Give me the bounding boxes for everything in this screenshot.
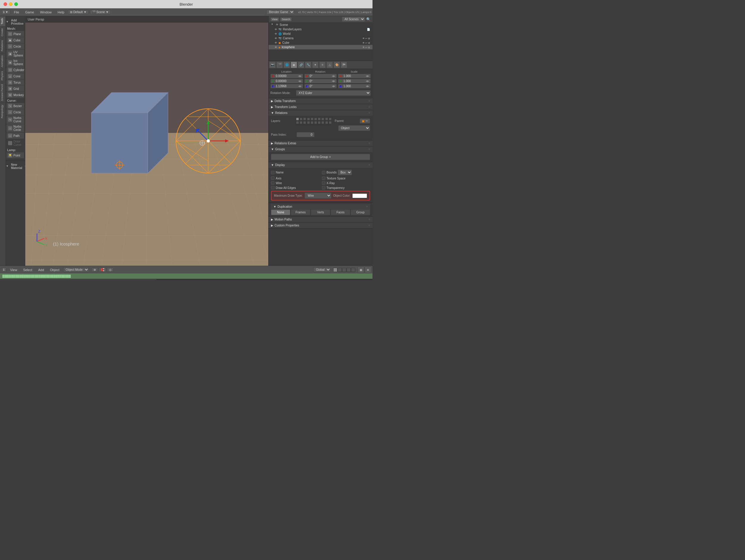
- layer-5[interactable]: [311, 117, 314, 120]
- prop-btn-modifiers[interactable]: 🔧: [305, 62, 312, 68]
- bt-layer-5[interactable]: [351, 268, 355, 272]
- layer-15[interactable]: [311, 121, 314, 124]
- object-color-swatch[interactable]: [352, 194, 367, 198]
- dup-none-btn[interactable]: None: [271, 209, 290, 215]
- layer-13[interactable]: [303, 121, 306, 124]
- layer-18[interactable]: [321, 121, 324, 124]
- minimize-button[interactable]: [9, 2, 12, 6]
- location-z-field[interactable]: Z: 1.13968 ◀▶: [270, 84, 303, 89]
- prop-btn-physics[interactable]: ⚛: [319, 62, 326, 68]
- engine-select[interactable]: Blender Game: [266, 9, 294, 14]
- motion-paths-title[interactable]: ▶ Motion Paths ≡: [268, 217, 372, 222]
- menu-help[interactable]: Help: [55, 10, 67, 14]
- viewport[interactable]: User Persp: [25, 16, 268, 266]
- add-to-group-btn[interactable]: Add to Group +: [271, 154, 370, 160]
- tool-point-lamp[interactable]: 💡 Point: [6, 152, 24, 158]
- bt-editor-1[interactable]: ▦: [358, 267, 364, 273]
- scale-x-field[interactable]: X: 1.000 ◀▶: [338, 74, 371, 78]
- relations-title[interactable]: ▼ Relations ≡: [268, 110, 372, 116]
- parent-edit-icon[interactable]: ✏: [366, 119, 368, 123]
- dup-frames-btn[interactable]: Frames: [291, 209, 310, 215]
- layer-10[interactable]: [329, 117, 332, 120]
- bt-editor-2[interactable]: ⊕: [365, 267, 371, 273]
- outliner-scene[interactable]: ▼ 👁 Scene: [268, 22, 372, 27]
- layer-2[interactable]: [299, 117, 302, 120]
- outliner-search-icon[interactable]: 🔍: [366, 17, 371, 22]
- outliner-renderlayers[interactable]: 👁 📷 RenderLayers 📄: [268, 27, 372, 32]
- duplication-title[interactable]: ▼ Duplication ≡: [271, 204, 370, 209]
- prop-btn-world[interactable]: 🌐: [284, 62, 290, 68]
- layer-19[interactable]: [325, 121, 328, 124]
- name-checkbox[interactable]: [271, 171, 274, 174]
- layer-7[interactable]: [318, 117, 321, 120]
- bt-select[interactable]: Select: [21, 268, 35, 272]
- prop-btn-texture[interactable]: 🏁: [341, 62, 347, 68]
- layer-20[interactable]: [329, 121, 332, 124]
- rotation-y-field[interactable]: Y: 0° ◀▶: [304, 79, 337, 83]
- prop-btn-scene[interactable]: 🎬: [276, 62, 283, 68]
- sidebar-tab-physics[interactable]: Physics: [0, 69, 5, 82]
- bt-info-icon[interactable]: ℹ: [1, 268, 6, 272]
- timeline-ruler[interactable]: -40 -20 0 20 40 60 80 100 120 140: [157, 279, 372, 280]
- maximize-button[interactable]: [14, 2, 18, 6]
- layer-6[interactable]: [314, 117, 317, 120]
- layer-4[interactable]: [307, 117, 310, 120]
- pivot-btn[interactable]: ⊕: [91, 268, 98, 272]
- tool-plane[interactable]: □ Plane: [6, 31, 24, 37]
- tool-cone[interactable]: △ Cone: [6, 73, 24, 79]
- location-x-field[interactable]: X: 0.00000 ◀▶: [270, 74, 303, 78]
- snap-btn[interactable]: 🧲: [99, 268, 106, 272]
- sidebar-tab-animation[interactable]: Animation: [0, 53, 5, 69]
- sidebar-tab-tools[interactable]: Tools: [0, 16, 5, 26]
- texture-space-checkbox[interactable]: [322, 176, 325, 180]
- tool-icosphere[interactable]: ◈ Ico Sphere: [6, 58, 24, 67]
- tool-uvsphere[interactable]: ◉ UV Sphere: [6, 50, 24, 58]
- layer-14[interactable]: [307, 121, 310, 124]
- layer-12[interactable]: [299, 121, 302, 124]
- prop-btn-render[interactable]: 📷: [269, 62, 276, 68]
- transform-orientation-select[interactable]: Global: [313, 267, 331, 272]
- tool-nurbs-curve[interactable]: ∿ Nurbs Curve: [6, 115, 24, 124]
- wire-checkbox[interactable]: [271, 181, 274, 185]
- scenes-dropdown[interactable]: All Scenes: [342, 17, 365, 22]
- sidebar-tab-relations[interactable]: Relations: [0, 38, 5, 53]
- pass-index-field[interactable]: 0: [297, 132, 315, 137]
- tool-torus[interactable]: ⊙ Torus: [6, 79, 24, 85]
- menu-game[interactable]: Game: [23, 10, 36, 14]
- scene-canvas[interactable]: X Y Z (1) Icosphere: [25, 16, 268, 266]
- info-icon-btn[interactable]: ℹ ▼: [1, 10, 10, 14]
- xray-checkbox[interactable]: [322, 181, 325, 185]
- tool-circle[interactable]: ○ Circle: [6, 43, 24, 49]
- layer-3[interactable]: [303, 117, 306, 120]
- mode-select[interactable]: Object Mode: [63, 267, 89, 272]
- tool-cylinder[interactable]: ⬡ Cylinder: [6, 67, 24, 73]
- sidebar-tab-create[interactable]: Create: [0, 26, 5, 38]
- draw-type-select[interactable]: Wire: [304, 193, 331, 199]
- layer-9[interactable]: [325, 117, 328, 120]
- groups-title[interactable]: ▼ Groups ≡: [268, 146, 372, 152]
- tool-cube[interactable]: ▣ Cube: [6, 37, 24, 43]
- parent-type-select[interactable]: Object: [338, 125, 370, 131]
- prop-btn-material[interactable]: 🎨: [333, 62, 340, 68]
- sidebar-tab-retopo[interactable]: Retopology: [0, 103, 5, 120]
- tool-curve-circle[interactable]: ○ Circle: [6, 109, 24, 115]
- bounds-type-select[interactable]: Box: [338, 170, 352, 175]
- outliner-world[interactable]: 👁 🌐 World: [268, 32, 372, 36]
- delta-transform-title[interactable]: ▶ Delta Transform ≡: [268, 98, 372, 104]
- outliner-icosphere[interactable]: 👁 ◈ Icosphere 👁 ↩ ⊞: [268, 45, 372, 49]
- bt-layer-4[interactable]: [347, 268, 351, 272]
- prop-btn-constraints[interactable]: 🔗: [298, 62, 304, 68]
- tool-nurbs-circle[interactable]: ○ Nurbs Circle: [6, 124, 24, 132]
- scale-y-field[interactable]: Y: 1.000 ◀▶: [338, 79, 371, 83]
- layer-8[interactable]: [321, 117, 324, 120]
- outliner-camera[interactable]: 👁 📷 Camera 👁 ↩ ⊞: [268, 36, 372, 40]
- bt-object[interactable]: Object: [47, 268, 62, 272]
- rotation-x-field[interactable]: X: 0° ◀▶: [304, 74, 337, 78]
- menu-window[interactable]: Window: [37, 10, 54, 14]
- dup-faces-btn[interactable]: Faces: [331, 209, 350, 215]
- sidebar-tab-grease[interactable]: Grease Pencil: [0, 82, 5, 103]
- dup-verts-btn[interactable]: Verts: [311, 209, 330, 215]
- rotation-mode-select[interactable]: XYZ Euler: [296, 90, 371, 96]
- rotation-z-field[interactable]: Z: 0° ◀▶: [304, 84, 337, 89]
- dup-group-btn[interactable]: Group: [351, 209, 370, 215]
